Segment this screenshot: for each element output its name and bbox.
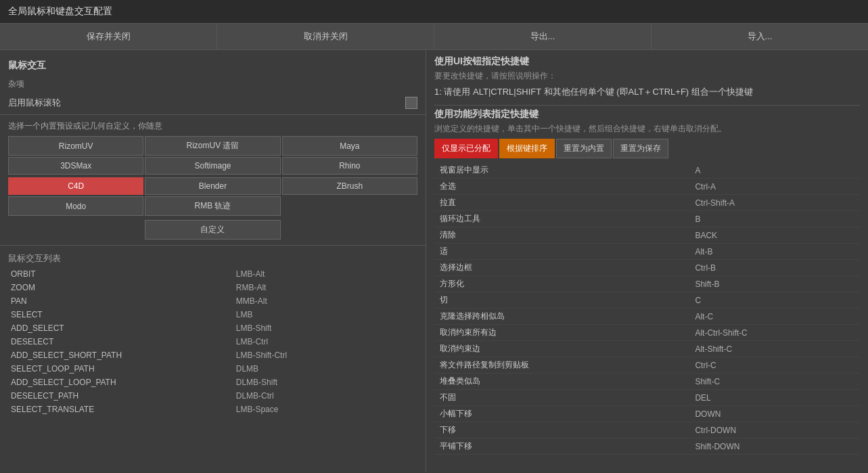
mouse-list-row[interactable]: SELECT_TRANSLATELMB-Space [8,403,417,416]
left-panel: 鼠标交互 杂项 启用鼠标滚轮 选择一个内置预设或记几何自定义，你随意 Rizom… [0,50,426,472]
ui-shortcut-title: 使用UI按钮指定快捷键 [434,55,860,68]
preset-grid-2: C4D Blender ZBrush Modo RMB 轨迹 [8,177,417,216]
func-table-row[interactable]: 下移Ctrl-DOWN [434,422,860,438]
preset-rizomuv-legacy[interactable]: RizomUV 遗留 [145,136,280,156]
mouse-list-row[interactable]: DESELECT_PATHDLMB-Ctrl [8,389,417,403]
reset-save-button[interactable]: 重置为保存 [613,139,668,158]
func-table-row[interactable]: 平铺下移Shift-DOWN [434,438,860,455]
mouse-wheel-toggle-row: 启用鼠标滚轮 [0,94,426,112]
mouse-wheel-label: 启用鼠标滚轮 [8,97,61,109]
func-table-row[interactable]: 拉直Ctrl-Shift-A [434,195,860,211]
mouse-list-row[interactable]: ADD_SELECT_SHORT_PATHLMB-Shift-Ctrl [8,348,417,362]
func-table-container[interactable]: 视窗居中显示A全选Ctrl-A拉直Ctrl-Shift-A循环边工具B清除BAC… [434,162,860,470]
mouse-list-row[interactable]: ADD_SELECTLMB-Shift [8,321,417,335]
cancel-close-button[interactable]: 取消并关闭 [217,24,434,49]
mouse-list-row[interactable]: DESELECTLMB-Ctrl [8,335,417,348]
divider-1 [0,114,426,115]
ui-shortcut-hint: 要更改快捷键，请按照说明操作： [434,70,860,82]
main-content: 鼠标交互 杂项 启用鼠标滚轮 选择一个内置预设或记几何自定义，你随意 Rizom… [0,50,868,472]
func-table-row[interactable]: 方形化Shift-B [434,276,860,292]
preset-rhino[interactable]: Rhino [282,157,417,175]
toolbar: 保存并关闭 取消并关闭 导出... 导入... [0,24,868,50]
mouse-list-row[interactable]: ZOOMRMB-Alt [8,281,417,294]
preset-c4d[interactable]: C4D [8,177,143,195]
mouse-list-row[interactable]: SELECTLMB [8,308,417,321]
func-table-row[interactable]: 循环边工具B [434,211,860,227]
ui-shortcut-desc: 1: 请使用 ALT|CTRL|SHIFT 和其他任何单个键 (即ALT＋CTR… [434,86,860,98]
func-table-row[interactable]: 切C [434,292,860,309]
mouse-list-row[interactable]: ADD_SELECT_LOOP_PATHDLMB-Shift [8,376,417,389]
mouse-list-title: 鼠标交互列表 [8,252,417,265]
divider-2 [0,245,426,246]
reset-builtin-button[interactable]: 重置为内置 [556,139,612,158]
preset-3dsmax[interactable]: 3DSMax [8,157,143,175]
func-title: 使用功能列表指定快捷键 [434,108,860,120]
func-table-row[interactable]: 克隆选择跨相似岛Alt-C [434,309,860,325]
save-close-button[interactable]: 保存并关闭 [0,24,217,49]
filter-assigned-button[interactable]: 仅显示已分配 [434,139,498,158]
func-table-row[interactable]: 取消约束边Alt-Shift-C [434,341,860,357]
mouse-wheel-checkbox[interactable] [405,97,417,109]
func-table-row[interactable]: 小幅下移DOWN [434,406,860,422]
ui-shortcut-section: 使用UI按钮指定快捷键 要更改快捷键，请按照说明操作： 1: 请使用 ALT|C… [426,50,868,105]
filter-by-key-button[interactable]: 根据键排序 [499,139,555,158]
mouse-section-title: 鼠标交互 [0,55,426,74]
func-table-row[interactable]: 视窗居中显示A [434,162,860,179]
preset-custom[interactable]: 自定义 [145,220,281,240]
mouse-list-section: 鼠标交互列表 ORBITLMB-AltZOOMRMB-AltPANMMB-Alt… [0,248,426,420]
preset-rmb[interactable]: RMB 轨迹 [145,196,280,216]
page-title: 全局鼠标和键盘交互配置 [8,5,112,16]
preset-zbrush[interactable]: ZBrush [282,177,417,195]
func-table: 视窗居中显示A全选Ctrl-A拉直Ctrl-Shift-A循环边工具B清除BAC… [434,162,860,455]
func-table-row[interactable]: 选择边框Ctrl-B [434,260,860,276]
mouse-list-row[interactable]: SELECT_LOOP_PATHDLMB [8,362,417,376]
func-table-row[interactable]: 清除BACK [434,227,860,244]
func-table-row[interactable]: 全选Ctrl-A [434,179,860,195]
right-panel: 使用UI按钮指定快捷键 要更改快捷键，请按照说明操作： 1: 请使用 ALT|C… [426,50,868,472]
preset-section: 选择一个内置预设或记几何自定义，你随意 RizomUV RizomUV 遗留 M… [0,118,426,242]
preset-modo[interactable]: Modo [8,196,143,216]
func-table-row[interactable]: 不固DEL [434,390,860,406]
func-table-row[interactable]: 取消约束所有边Alt-Ctrl-Shift-C [434,325,860,341]
title-bar: 全局鼠标和键盘交互配置 [0,0,868,24]
mouse-list-row[interactable]: ORBITLMB-Alt [8,267,417,281]
mouse-list-table: ORBITLMB-AltZOOMRMB-AltPANMMB-AltSELECTL… [8,267,417,416]
misc-label: 杂项 [0,74,426,94]
func-table-row[interactable]: 适Alt-B [434,244,860,260]
preset-rizomuv[interactable]: RizomUV [8,136,143,156]
preset-grid-1: RizomUV RizomUV 遗留 Maya 3DSMax Softimage… [8,136,417,175]
import-button[interactable]: 导入... [652,24,868,49]
func-table-row[interactable]: 将文件路径复制到剪贴板Ctrl-C [434,357,860,374]
func-section: 使用功能列表指定快捷键 浏览定义的快捷键，单击其中一个快捷键，然后组合快捷键，右… [426,106,868,472]
func-filter-row: 仅显示已分配 根据键排序 重置为内置 重置为保存 [434,139,860,158]
func-table-row[interactable]: 堆叠类似岛Shift-C [434,374,860,390]
func-hint: 浏览定义的快捷键，单击其中一个快捷键，然后组合快捷键，右键单击取消分配。 [434,123,860,135]
preset-maya[interactable]: Maya [282,136,417,156]
preset-hint: 选择一个内置预设或记几何自定义，你随意 [8,120,417,132]
export-button[interactable]: 导出... [434,24,652,49]
mouse-list-row[interactable]: PANMMB-Alt [8,294,417,308]
preset-softimage[interactable]: Softimage [145,157,280,175]
preset-blender[interactable]: Blender [145,177,280,195]
